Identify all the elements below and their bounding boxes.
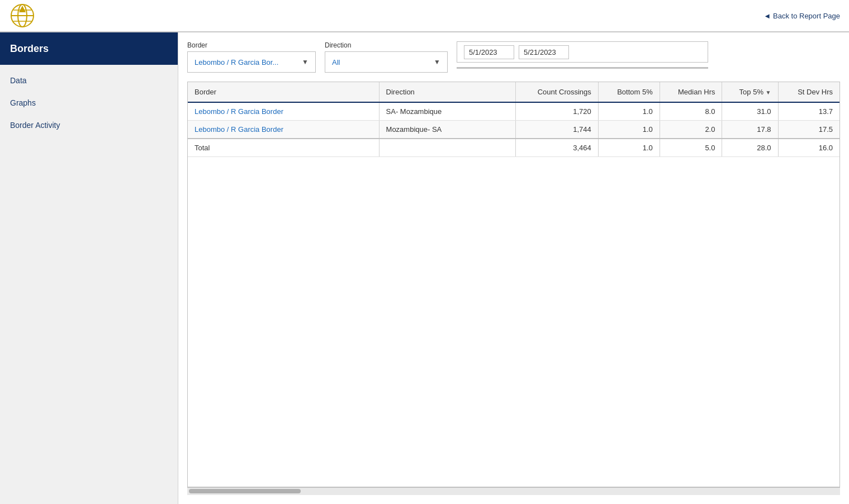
sidebar-item-border-activity[interactable]: Border Activity xyxy=(0,114,178,136)
back-to-report-link[interactable]: ◄ Back to Report Page xyxy=(763,12,840,20)
table-total-row: Total 3,464 1.0 5.0 28.0 16.0 xyxy=(188,139,839,157)
col-header-stdev[interactable]: St Dev Hrs xyxy=(778,82,839,102)
data-table-container: Border Direction Count Crossings Bottom … xyxy=(187,82,840,487)
border-filter-label: Border xyxy=(187,41,316,49)
row2-stdev: 17.5 xyxy=(778,121,839,139)
date-end-input[interactable] xyxy=(519,45,569,59)
direction-dropdown[interactable]: All ▼ xyxy=(325,51,448,73)
row2-median: 2.0 xyxy=(660,121,722,139)
row2-bottom5: 1.0 xyxy=(598,121,660,139)
row1-bottom5: 1.0 xyxy=(598,102,660,121)
border-dropdown[interactable]: Lebombo / R Garcia Bor... ▼ xyxy=(187,51,316,73)
logo xyxy=(9,2,36,29)
direction-dropdown-value: All xyxy=(332,58,340,66)
row1-direction: SA- Mozambique xyxy=(379,102,515,121)
col-header-direction[interactable]: Direction xyxy=(379,82,515,102)
back-link-label: Back to Report Page xyxy=(773,12,840,20)
total-label: Total xyxy=(188,139,379,157)
date-range-group xyxy=(457,41,708,69)
border-dropdown-value: Lebombo / R Garcia Bor... xyxy=(195,58,278,66)
row1-stdev: 13.7 xyxy=(778,102,839,121)
border-dropdown-chevron: ▼ xyxy=(302,58,309,66)
sidebar-title: Borders xyxy=(0,32,178,65)
date-range-slider[interactable] xyxy=(457,67,708,69)
sidebar-item-graphs[interactable]: Graphs xyxy=(0,92,178,114)
content-area: Border Lebombo / R Garcia Bor... ▼ Direc… xyxy=(178,32,849,504)
horizontal-scrollbar[interactable] xyxy=(187,487,840,495)
sidebar-item-data[interactable]: Data xyxy=(0,69,178,92)
col-header-top5[interactable]: Top 5% ▼ xyxy=(722,82,778,102)
row1-count: 1,720 xyxy=(515,102,598,121)
top-bar: ◄ Back to Report Page xyxy=(0,0,849,32)
total-stdev: 16.0 xyxy=(778,139,839,157)
row2-border: Lebombo / R Garcia Border xyxy=(188,121,379,139)
date-inputs xyxy=(457,41,708,63)
date-start-input[interactable] xyxy=(464,45,514,59)
col-header-median[interactable]: Median Hrs xyxy=(660,82,722,102)
border-filter-group: Border Lebombo / R Garcia Bor... ▼ xyxy=(187,41,316,73)
logo-icon xyxy=(9,2,36,29)
data-table: Border Direction Count Crossings Bottom … xyxy=(188,82,839,157)
sidebar: Borders Data Graphs Border Activity xyxy=(0,32,178,504)
direction-filter-group: Direction All ▼ xyxy=(325,41,448,73)
row1-median: 8.0 xyxy=(660,102,722,121)
filters-row: Border Lebombo / R Garcia Bor... ▼ Direc… xyxy=(187,41,840,73)
back-arrow: ◄ xyxy=(763,12,771,20)
total-median: 5.0 xyxy=(660,139,722,157)
col-header-count[interactable]: Count Crossings xyxy=(515,82,598,102)
row2-top5: 17.8 xyxy=(722,121,778,139)
total-direction xyxy=(379,139,515,157)
sidebar-nav: Data Graphs Border Activity xyxy=(0,65,178,141)
row1-top5: 31.0 xyxy=(722,102,778,121)
total-count: 3,464 xyxy=(515,139,598,157)
total-top5: 28.0 xyxy=(722,139,778,157)
row2-count: 1,744 xyxy=(515,121,598,139)
table-header-row: Border Direction Count Crossings Bottom … xyxy=(188,82,839,102)
col-header-top5-label: Top 5% xyxy=(739,88,763,96)
table-row: Lebombo / R Garcia Border SA- Mozambique… xyxy=(188,102,839,121)
table-row: Lebombo / R Garcia Border Mozambique- SA… xyxy=(188,121,839,139)
direction-filter-label: Direction xyxy=(325,41,448,49)
col-header-border[interactable]: Border xyxy=(188,82,379,102)
row1-border: Lebombo / R Garcia Border xyxy=(188,102,379,121)
scrollbar-thumb[interactable] xyxy=(189,489,301,493)
sort-indicator-top5: ▼ xyxy=(766,89,771,96)
row2-direction: Mozambique- SA xyxy=(379,121,515,139)
total-bottom5: 1.0 xyxy=(598,139,660,157)
direction-dropdown-chevron: ▼ xyxy=(434,58,440,66)
main-layout: Borders Data Graphs Border Activity Bord… xyxy=(0,32,849,504)
col-header-bottom5[interactable]: Bottom 5% xyxy=(598,82,660,102)
